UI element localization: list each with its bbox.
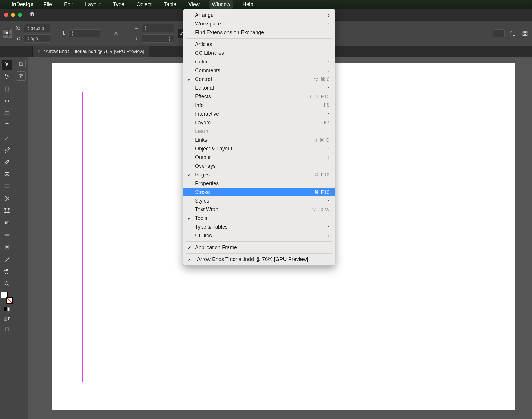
line-tool[interactable] [2, 133, 12, 143]
menu-item-output[interactable]: Output› [183, 153, 335, 162]
gradient-swatch-tool[interactable] [2, 218, 12, 228]
menu-item-tools[interactable]: ✓Tools [183, 214, 335, 223]
menu-item-pages[interactable]: ✓Pages⌘ F12 [183, 170, 335, 179]
minimize-window-button[interactable] [11, 13, 15, 17]
menu-item-utilities[interactable]: Utilities› [183, 231, 335, 240]
menu-item-editorial[interactable]: Editorial› [183, 83, 335, 92]
menu-item-color[interactable]: Color› [183, 57, 335, 66]
screen-mode-icon[interactable] [509, 29, 517, 37]
maximize-window-button[interactable] [18, 13, 22, 17]
menu-item-control[interactable]: ✓Control⌥ ⌘ 6 [183, 75, 335, 83]
menu-item-label: Arrange [195, 12, 214, 18]
rectangle-frame-tool[interactable] [2, 169, 12, 179]
properties-panel-icon[interactable] [17, 59, 26, 68]
scissors-tool[interactable] [2, 194, 12, 203]
menu-item-arrow-ends-tutorial-indd-76-gpu-preview[interactable]: ✓*Arrow Ends Tutorial.indd @ 76% [GPU Pr… [183, 255, 335, 264]
close-tab-icon[interactable]: ✕ [37, 49, 41, 54]
menu-item-text-wrap[interactable]: Text Wrap⌥ ⌘ W [183, 205, 335, 214]
direct-selection-tool[interactable] [2, 72, 12, 82]
menu-table[interactable]: Table [161, 0, 178, 9]
menu-view[interactable]: View [186, 0, 202, 9]
menu-item-label: Find Extensions on Exchange... [195, 30, 268, 36]
menu-item-object-layout[interactable]: Object & Layout› [183, 144, 335, 153]
pencil-tool[interactable] [2, 157, 12, 167]
page-tool[interactable] [2, 84, 12, 94]
x-field[interactable]: ▲▼34p3.6 [24, 24, 50, 32]
chevron-right-icon: › [328, 12, 330, 18]
color-theme-tool[interactable] [2, 306, 12, 313]
reference-point-grid[interactable] [3, 29, 12, 38]
menu-item-stroke[interactable]: Stroke⌘ F10 [183, 188, 335, 196]
menu-item-label: Editorial [195, 85, 214, 91]
menu-item-properties[interactable]: Properties [183, 179, 335, 188]
fill-stroke-swatches[interactable] [1, 292, 13, 304]
rail-toggle-right[interactable]: ‹‹ [16, 50, 19, 54]
menu-item-interactive[interactable]: Interactive› [183, 110, 335, 118]
menu-edit[interactable]: Edit [62, 0, 75, 9]
rectangle-tool[interactable] [2, 181, 12, 191]
length-field[interactable]: ▲▼ [68, 29, 100, 37]
menu-item-application-frame[interactable]: ✓Application Frame [183, 243, 335, 252]
document-tab[interactable]: ✕ *Arrow Ends Tutorial.indd @ 76% [GPU P… [33, 46, 149, 57]
menu-item-articles[interactable]: Articles [183, 40, 335, 49]
menu-item-cc-libraries[interactable]: CC Libraries [183, 49, 335, 57]
svg-point-15 [8, 212, 10, 213]
chevron-right-icon: › [328, 111, 330, 117]
menu-item-effects[interactable]: Effects⇧ ⌘ F10 [183, 92, 335, 101]
menu-item-layers[interactable]: LayersF7 [183, 118, 335, 127]
pen-tool[interactable] [2, 145, 12, 155]
eyedropper-tool[interactable] [2, 254, 12, 264]
menu-item-arrange[interactable]: Arrange› [183, 11, 335, 19]
screen-mode-tool[interactable] [2, 325, 12, 334]
length-label: L: [63, 31, 67, 36]
menu-item-label: Color [195, 59, 207, 65]
menu-shortcut: ⌥ ⌘ 6 [313, 76, 330, 82]
gradient-feather-tool[interactable] [2, 230, 12, 240]
y-field[interactable]: ▲▼9p0 [24, 34, 50, 43]
content-collector-tool[interactable] [2, 108, 12, 118]
menu-item-label: CC Libraries [195, 50, 224, 56]
chevron-right-icon: › [328, 85, 330, 91]
menu-type[interactable]: Type [111, 0, 127, 9]
note-tool[interactable] [2, 242, 12, 252]
chevron-right-icon: › [328, 59, 330, 65]
flip-horizontal-icon[interactable]: ⇥ [132, 24, 140, 32]
selection-tool[interactable] [2, 60, 12, 70]
grid-icon[interactable] [521, 29, 529, 37]
constrain-icon[interactable] [112, 29, 120, 37]
menu-item-overlays[interactable]: Overlays [183, 162, 335, 170]
menu-item-label: Stroke [195, 189, 210, 195]
menu-file[interactable]: File [41, 0, 54, 9]
chevron-right-icon: › [328, 233, 330, 239]
menu-layout[interactable]: Layout [83, 0, 103, 9]
settings-panel-icon[interactable] [17, 71, 26, 81]
chevron-right-icon: › [328, 198, 330, 204]
menu-help[interactable]: Help [240, 0, 256, 9]
app-name[interactable]: InDesign [12, 1, 34, 8]
scale-y-field[interactable]: ▲▼ [142, 34, 174, 43]
type-tool[interactable] [2, 121, 12, 130]
zoom-tool[interactable] [2, 279, 12, 289]
close-window-button[interactable] [4, 13, 8, 17]
home-icon[interactable] [29, 11, 35, 19]
menu-item-workspace[interactable]: Workspace› [183, 19, 335, 28]
hand-tool[interactable] [2, 267, 12, 276]
menu-item-comments[interactable]: Comments› [183, 66, 335, 75]
menu-item-info[interactable]: InfoF8 [183, 101, 335, 110]
free-transform-tool[interactable] [2, 206, 12, 216]
menu-item-links[interactable]: Links⇧ ⌘ D [183, 136, 335, 144]
default-fill-stroke[interactable]: T [2, 315, 12, 322]
rail-toggle-left[interactable]: ›› [2, 50, 5, 54]
menu-item-type-tables[interactable]: Type & Tables› [183, 223, 335, 231]
scale-x-field[interactable]: ▲▼⌄ [142, 24, 174, 32]
chevron-right-icon: › [328, 146, 330, 152]
gap-tool[interactable] [2, 96, 12, 106]
menu-separator [186, 241, 332, 242]
flip-vertical-icon[interactable]: ⤓ [132, 34, 140, 43]
menu-item-styles[interactable]: Styles› [183, 196, 335, 205]
menu-item-find-extensions-on-exchange[interactable]: Find Extensions on Exchange... [183, 28, 335, 37]
view-mode-dropdown[interactable]: ⌄ [493, 29, 505, 37]
menu-window[interactable]: Window [209, 0, 233, 9]
menu-item-label: Layers [195, 120, 211, 126]
menu-object[interactable]: Object [134, 0, 154, 9]
